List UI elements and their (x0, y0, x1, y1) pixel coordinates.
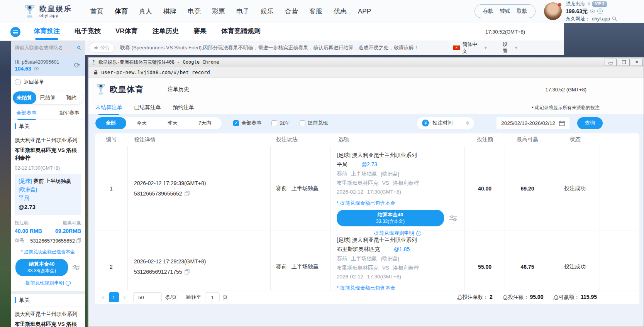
checkbox-champion[interactable]: 冠军 (271, 120, 290, 126)
table-row: 2 2026-02-12 17:29:23(GMT+8) 53126656912… (95, 231, 639, 290)
filter-7days[interactable]: 7天内 (188, 117, 222, 129)
cashout-button[interactable]: 结算本金40 33.33(含本金) (337, 210, 444, 226)
window-title-bar[interactable]: 欧皇娱乐-亚洲在线体育竞猜投注408 - Google Chrome ✕ (88, 57, 644, 67)
per-page-input[interactable] (133, 292, 162, 302)
site-url-label: 永久网址： (566, 15, 590, 22)
avatar[interactable] (544, 2, 562, 20)
slider-icon[interactable] (449, 214, 458, 222)
cashout-rule-link[interactable]: 提前兑现规则申明i (15, 280, 81, 287)
nav-lottery[interactable]: 彩票 (212, 7, 225, 16)
tab-esports[interactable]: 电子竞技 (75, 27, 101, 37)
nav-home[interactable]: 首页 (90, 7, 103, 16)
checkbox-early-cashout[interactable]: 提前兑现 (300, 120, 328, 126)
slider-icon[interactable] (72, 264, 80, 271)
prev-page-button[interactable]: ‹ (100, 293, 106, 301)
checkbox-icon[interactable] (233, 120, 239, 126)
tab-vr-sports[interactable]: VR体育 (115, 27, 138, 37)
nav-app[interactable]: APP (358, 8, 371, 15)
cashout-button[interactable]: 结算本金40 33.33(含本金) (15, 259, 68, 276)
league-name: [足球] 澳大利亚昆士兰州职业系列 (337, 152, 458, 159)
site-url: ohyl.app (592, 15, 610, 22)
odds: @1.85 (394, 246, 410, 252)
back-to-menu[interactable]: ← 返回菜单 (11, 76, 85, 88)
nav-slots[interactable]: 电子 (236, 7, 249, 16)
transfer-button[interactable]: 转账 (500, 8, 510, 15)
copy-icon[interactable] (76, 238, 81, 243)
tab-sports-betting[interactable]: 体育投注 (34, 27, 60, 37)
nav-entertainment[interactable]: 娱乐 (261, 7, 274, 16)
close-button[interactable]: ✕ (631, 59, 643, 66)
tab-settled[interactable]: 已结算 (36, 91, 60, 104)
maximize-button[interactable] (618, 59, 630, 66)
tab-reserved-orders[interactable]: 预约注单 (173, 104, 194, 111)
screen: 欧皇娱乐 ohyl.app 首页 体育 真人 棋牌 电竞 彩票 电子 娱乐 合营… (0, 0, 644, 327)
search-icon[interactable] (77, 45, 81, 51)
nav-sports[interactable]: 体育 (115, 7, 128, 16)
tab-bet-history[interactable]: 注单历史 (153, 27, 179, 37)
sub-nav: 体育投注 电子竞技 VR体育 注单历史 赛果 体育竞猜规则 17:30:52(G… (0, 23, 564, 40)
checkbox-icon[interactable] (300, 120, 305, 126)
refresh-icon[interactable]: ⟳ (74, 61, 80, 70)
notice-marquee: 联赛 (Speedrunners VS Shots Fired),因部分玩法赛果… (120, 44, 453, 51)
site-logo[interactable]: 欧皇娱乐 ohyl.app (23, 4, 72, 19)
bets-table: 编号 投注详情 投注玩法 选项 投注额 最高可赢 状态 1 2026-02-12… (95, 133, 639, 290)
address-bar[interactable]: user-pc-new.lvjida8.com/#/bet_record (88, 67, 644, 78)
nav-partner[interactable]: 合营 (285, 7, 298, 16)
checkbox-icon[interactable] (271, 120, 277, 126)
favicon-trophy-icon (91, 59, 96, 65)
filter-yesterday[interactable]: 昨天 (157, 117, 188, 129)
tab-rules[interactable]: 体育竞猜规则 (221, 27, 261, 37)
sort-by-bet-time[interactable]: ¥ 投注时间 (417, 117, 474, 129)
chevron-down-icon[interactable]: ∨ (597, 8, 603, 14)
bet-card: 澳大利亚昆士兰州职业系列 布里斯班奥林匹克 VS 洛根利泰柠 02-12 17:… (11, 133, 85, 291)
sidebar-search (11, 40, 85, 55)
logo-subtitle: ohyl.app (39, 13, 72, 18)
nav-cards[interactable]: 棋牌 (163, 7, 176, 16)
tab-unsettled[interactable]: 未结算 (13, 91, 36, 104)
query-button[interactable]: 查询 (577, 117, 603, 129)
page-number-button[interactable]: 1 (109, 292, 119, 302)
nav-live[interactable]: 真人 (139, 7, 152, 16)
play-type: 赛前 上半场独赢 (271, 231, 330, 290)
eye-icon[interactable] (590, 9, 595, 13)
search-input[interactable] (15, 45, 77, 51)
copy-icon[interactable] (185, 191, 190, 196)
date-range-picker[interactable]: 2025/02/12-2026/02/12 (497, 117, 569, 129)
option-cell: [足球] 澳大利亚昆士兰州职业系列 布里斯班奥林匹克 @1.85 赛前 上半场独… (330, 231, 465, 290)
cashout-note: * 提前兑现金额已包含本金 (337, 200, 458, 207)
filter-today[interactable]: 今天 (126, 117, 157, 129)
eye-icon[interactable] (34, 67, 39, 71)
filter-bar: 全部 今天 昨天 7天内 全部赛事 冠军 提 (88, 114, 644, 132)
checkbox-all-matches[interactable]: 全部赛事 (233, 120, 261, 126)
language-select[interactable]: 简体中文 (462, 41, 482, 55)
trophy-icon (95, 83, 106, 96)
stake-amount: 55.00 (465, 231, 505, 290)
search-icon[interactable] (612, 16, 617, 21)
nav-esports[interactable]: 电竞 (188, 7, 201, 16)
subtab-champion[interactable]: 冠军赛事 (59, 110, 80, 117)
subtab-all-matches[interactable]: 全部赛事 (17, 110, 37, 117)
withdraw-button[interactable]: 取款 (517, 8, 527, 15)
tab-unsettled-orders[interactable]: 未结算注单 (95, 104, 122, 111)
info-icon: i (66, 281, 71, 286)
sort-arrows-icon (466, 121, 469, 125)
filter-all[interactable]: 全部 (95, 117, 126, 129)
menu-icon[interactable] (10, 27, 20, 37)
minimize-button[interactable] (605, 59, 617, 66)
jump-page-input[interactable] (205, 292, 220, 302)
nav-promo[interactable]: 优惠 (334, 7, 347, 16)
next-page-button[interactable]: › (122, 293, 127, 301)
nav-service[interactable]: 客服 (309, 7, 322, 16)
deposit-button[interactable]: 存款 (483, 8, 493, 15)
settings-menu[interactable]: 设置 (503, 41, 512, 55)
copy-icon[interactable] (185, 269, 190, 275)
league-name: [足球] 澳大利亚昆士兰州职业系列 (337, 237, 458, 244)
tab-reserved[interactable]: 预约 (59, 91, 83, 104)
teams: 布里斯班奥林匹克 VS 洛根利泰柠 (15, 147, 81, 162)
tab-results[interactable]: 赛果 (193, 27, 207, 37)
tab-settled-orders[interactable]: 已结算注单 (134, 104, 161, 111)
max-win-amount: 46.75 (505, 231, 550, 290)
odds: @2.73 (19, 202, 77, 212)
page-time: 17:30:52 (GMT+8) (545, 87, 586, 93)
row-number: 2 (95, 231, 128, 290)
